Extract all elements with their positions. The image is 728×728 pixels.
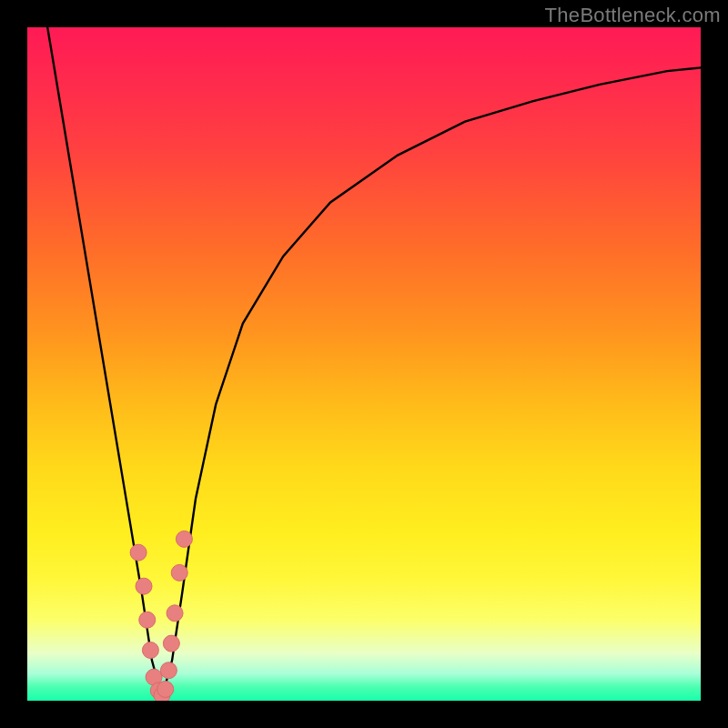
plot-area [27,27,701,701]
curve-marker [176,531,192,547]
curve-marker [130,544,147,561]
chart-frame: TheBottleneck.com [0,0,728,728]
marker-group [130,531,192,701]
curve-marker [142,642,158,659]
curve-marker [171,564,187,581]
chart-svg [27,27,701,701]
curve-marker [167,605,183,622]
curve-marker [163,635,179,652]
curve-marker [136,578,152,594]
watermark-text: TheBottleneck.com [545,4,721,27]
curve-marker [160,662,177,679]
curve-path-group [47,27,701,697]
curve-marker [157,681,174,697]
bottleneck-curve [47,27,701,697]
curve-marker [139,612,156,628]
